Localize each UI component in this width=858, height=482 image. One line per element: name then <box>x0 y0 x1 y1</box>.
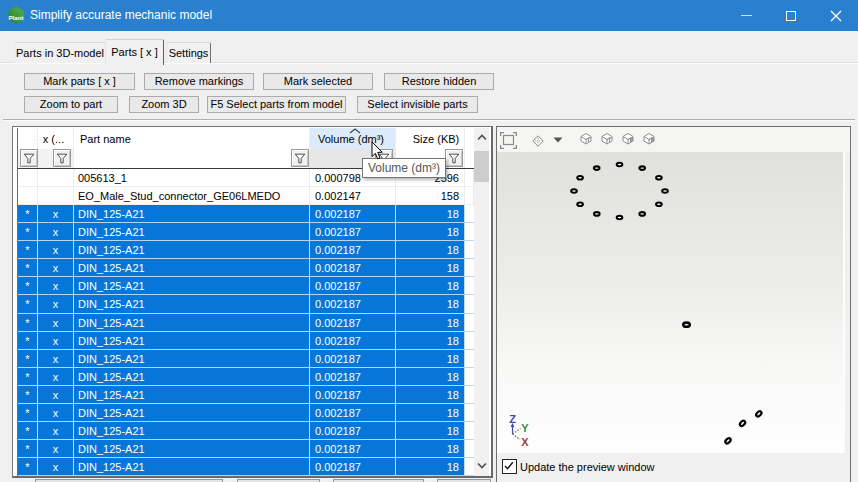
svg-text:Z: Z <box>509 413 516 425</box>
svg-text:X: X <box>521 436 529 448</box>
svg-text:Plant: Plant <box>8 14 23 21</box>
svg-text:Y: Y <box>521 422 529 434</box>
